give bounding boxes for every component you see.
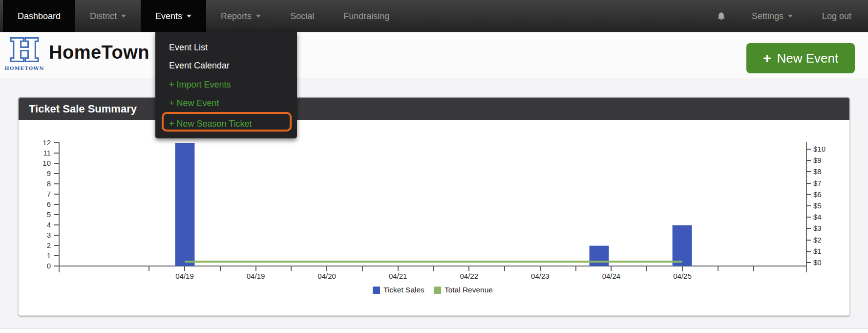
nav-item-events[interactable]: Events xyxy=(141,0,206,32)
nav-item-label: Reports xyxy=(221,11,252,22)
events-dropdown: Event ListEvent Calendar+ Import Events+… xyxy=(155,32,297,138)
menu-item-import-events[interactable]: + Import Events xyxy=(169,79,290,90)
panel-title: Ticket Sale Summary xyxy=(19,98,849,119)
nav-item-fundraising[interactable]: Fundraising xyxy=(329,0,404,32)
hometown-logo-h-icon: H xyxy=(4,35,45,66)
menu-item-new-season-ticket[interactable]: + New Season Ticket xyxy=(169,118,290,130)
page-title: HomeTown xyxy=(49,42,149,63)
nav-right: Settings Log out xyxy=(705,0,868,32)
menu-item-event-calendar[interactable]: Event Calendar xyxy=(169,60,290,71)
nav-item-label: Social xyxy=(290,11,314,22)
nav-item-dashboard[interactable]: Dashboard xyxy=(3,0,75,32)
footer-divider xyxy=(0,329,868,333)
nav-item-reports[interactable]: Reports xyxy=(206,0,275,32)
nav-item-label: Log out xyxy=(822,11,851,22)
nav-item-label: District xyxy=(90,11,117,22)
nav-item-district[interactable]: District xyxy=(75,0,141,32)
chevron-down-icon xyxy=(187,15,191,18)
chevron-down-icon xyxy=(121,15,126,18)
nav-item-social[interactable]: Social xyxy=(275,0,329,32)
chevron-down-icon xyxy=(788,15,793,18)
menu-item-new-event[interactable]: + New Event xyxy=(169,97,290,109)
menu-item-event-list[interactable]: Event List xyxy=(169,42,290,53)
panel-header: Ticket Sale Summary xyxy=(19,97,849,120)
nav-left: DashboardDistrictEventsReportsSocialFund… xyxy=(0,0,404,32)
nav-item-label: Settings xyxy=(752,11,783,22)
nav-item-label: Dashboard xyxy=(18,11,61,22)
bell-icon xyxy=(716,11,726,22)
nav-item-label: Fundraising xyxy=(343,11,389,22)
logo-caption: HOMETOWN xyxy=(4,66,45,71)
main-nav: DashboardDistrictEventsReportsSocialFund… xyxy=(0,0,868,32)
nav-item-label: Events xyxy=(155,11,182,22)
new-event-button-label: New Event xyxy=(777,51,838,66)
nav-item-log-out[interactable]: Log out xyxy=(807,11,859,22)
notifications-button[interactable] xyxy=(705,11,737,22)
svg-text:H: H xyxy=(10,35,39,66)
nav-item-settings[interactable]: Settings xyxy=(737,11,807,22)
hometown-logo: H HOMETOWN xyxy=(4,35,45,71)
plus-icon: + xyxy=(763,51,772,66)
ticket-sale-summary-panel: Ticket Sale Summary xyxy=(18,97,850,316)
page: DashboardDistrictEventsReportsSocialFund… xyxy=(0,0,868,333)
chevron-down-icon xyxy=(256,15,261,18)
new-event-button[interactable]: + New Event xyxy=(746,43,855,73)
